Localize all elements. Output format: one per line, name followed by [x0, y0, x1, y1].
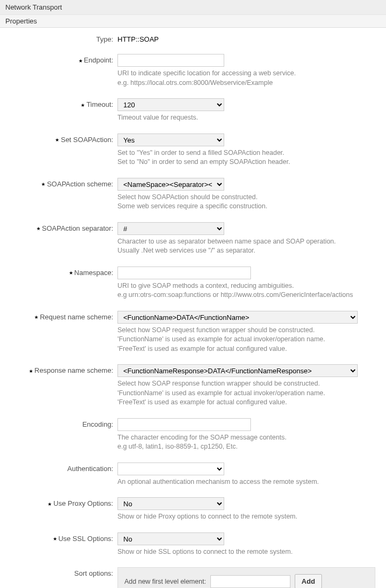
sort-options-box: Add new first level element: Add [117, 567, 375, 588]
use-proxy-label: Use Proxy Options: [0, 497, 117, 507]
use-ssl-select[interactable]: No [117, 532, 224, 545]
response-name-scheme-select[interactable]: <FunctionNameResponse>DATA</FunctionName… [117, 364, 358, 377]
set-soapaction-help: Set to "Yes" in order to send a filled S… [117, 148, 375, 167]
authentication-select[interactable] [117, 462, 224, 475]
type-label: Type: [0, 33, 117, 43]
sort-add-input[interactable] [210, 575, 290, 588]
soapaction-separator-label: SOAPAction separator: [0, 222, 117, 232]
endpoint-input[interactable] [117, 54, 224, 67]
soapaction-scheme-help: Select how SOAPAction should be construc… [117, 193, 375, 211]
request-name-scheme-label: Request name scheme: [0, 311, 117, 321]
encoding-input[interactable] [117, 418, 251, 431]
set-soapaction-label: Set SOAPAction: [0, 134, 117, 144]
use-proxy-select[interactable]: No [117, 497, 224, 510]
request-name-scheme-select[interactable]: <FunctionName>DATA</FunctionName> [117, 311, 358, 324]
panel-title: Network Transport [0, 0, 386, 14]
sort-add-label: Add new first level element: [124, 578, 206, 585]
soapaction-scheme-select[interactable]: <NameSpace><Separator><Operation> [117, 178, 224, 191]
request-name-scheme-help: Select how SOAP request function wrapper… [117, 326, 375, 354]
timeout-help: Timeout value for requests. [117, 113, 375, 123]
soapaction-scheme-label: SOAPAction scheme: [0, 178, 117, 188]
use-proxy-help: Show or hide Proxy options to connect to… [117, 512, 375, 522]
namespace-input[interactable] [117, 266, 251, 279]
namespace-label: Namespace: [0, 266, 117, 277]
sort-options-label: Sort options: [0, 567, 117, 577]
encoding-help: The character encoding for the SOAP mess… [117, 433, 375, 452]
set-soapaction-select[interactable]: Yes [117, 134, 224, 146]
type-value: HTTP::SOAP [117, 33, 375, 43]
response-name-scheme-help: Select how SOAP response function wrappe… [117, 379, 375, 407]
authentication-label: Authentication: [0, 462, 117, 473]
namespace-help: URI to give SOAP methods a context, redu… [117, 281, 375, 300]
use-ssl-help: Show or hide SSL options to connect to t… [117, 547, 375, 557]
response-name-scheme-label: Response name scheme: [0, 364, 117, 374]
use-ssl-label: Use SSL Options: [0, 532, 117, 543]
timeout-select[interactable]: 120 [117, 98, 224, 111]
endpoint-help: URI to indicate specific location for ac… [117, 69, 375, 88]
soapaction-separator-help: Character to use as separator between na… [117, 237, 375, 256]
encoding-label: Encoding: [0, 418, 117, 428]
endpoint-label: Endpoint: [0, 54, 117, 64]
authentication-help: An optional authentication mechanism to … [117, 477, 375, 487]
soapaction-separator-select[interactable]: # [117, 222, 224, 235]
section-title: Properties [0, 14, 386, 27]
sort-add-button[interactable]: Add [295, 574, 322, 588]
timeout-label: Timeout: [0, 98, 117, 108]
